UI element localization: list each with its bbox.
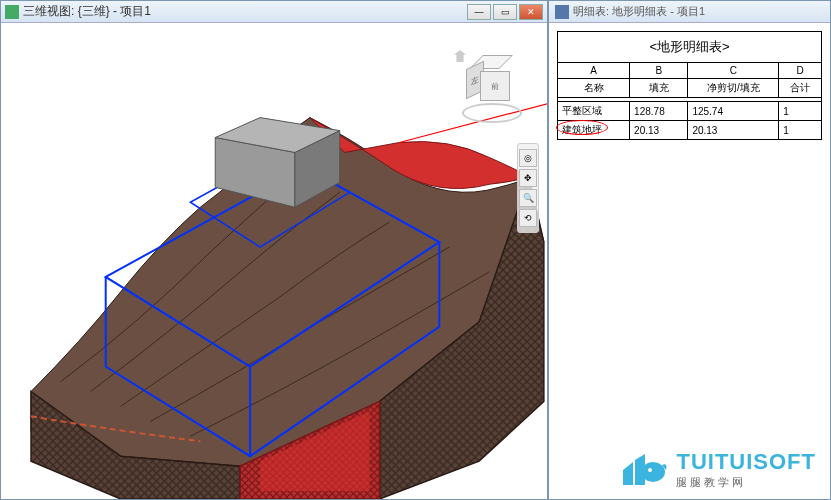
table-row[interactable]: 平整区域 128.78 125.74 1: [558, 102, 822, 121]
watermark-logo: [618, 450, 668, 490]
schedule-titlebar: 明细表: 地形明细表 - 项目1: [549, 1, 830, 23]
col-header-name[interactable]: 名称: [558, 79, 630, 98]
cell-fill[interactable]: 20.13: [630, 121, 688, 140]
col-header-total[interactable]: 合计: [779, 79, 822, 98]
watermark-brand: TUITUISOFT: [676, 449, 816, 475]
col-letter[interactable]: C: [688, 63, 779, 79]
app-icon: [5, 5, 19, 19]
watermark-subtitle: 腿腿教学网: [676, 475, 816, 490]
schedule-table: A B C D 名称 填充 净剪切/填充 合计 平整区域 128.78 125.…: [557, 62, 822, 140]
3d-view-title: 三维视图: {三维} - 项目1: [23, 3, 467, 20]
svg-point-3: [648, 468, 652, 472]
pan-icon[interactable]: ✥: [519, 169, 537, 187]
col-letter[interactable]: B: [630, 63, 688, 79]
col-letter[interactable]: A: [558, 63, 630, 79]
schedule-caption: <地形明细表>: [557, 31, 822, 62]
orbit-icon[interactable]: ⟲: [519, 209, 537, 227]
3d-view-window: 三维视图: {三维} - 项目1 — ▭ ✕: [0, 0, 548, 500]
svg-point-2: [641, 462, 665, 482]
cell-total[interactable]: 1: [779, 102, 822, 121]
minimize-button[interactable]: —: [467, 4, 491, 20]
schedule-window: 明细表: 地形明细表 - 项目1 <地形明细表> A B C D 名称 填充 净…: [548, 0, 831, 500]
zoom-icon[interactable]: 🔍: [519, 189, 537, 207]
col-header-fill[interactable]: 填充: [630, 79, 688, 98]
watermark: TUITUISOFT 腿腿教学网: [618, 449, 816, 490]
table-col-letters-row: A B C D: [558, 63, 822, 79]
app-icon: [555, 5, 569, 19]
navigation-bar: ◎ ✥ 🔍 ⟲: [517, 143, 539, 233]
schedule-window-title: 明细表: 地形明细表 - 项目1: [573, 4, 705, 19]
table-row[interactable]: 建筑地坪 20.13 20.13 1: [558, 121, 822, 140]
cell-total[interactable]: 1: [779, 121, 822, 140]
viewcube-compass[interactable]: [462, 103, 522, 123]
cell-netcut[interactable]: 125.74: [688, 102, 779, 121]
cell-fill[interactable]: 128.78: [630, 102, 688, 121]
cell-name[interactable]: 平整区域: [558, 102, 630, 121]
col-letter[interactable]: D: [779, 63, 822, 79]
cell-netcut[interactable]: 20.13: [688, 121, 779, 140]
cell-name[interactable]: 建筑地坪: [558, 121, 630, 140]
col-header-netcut[interactable]: 净剪切/填充: [688, 79, 779, 98]
close-button[interactable]: ✕: [519, 4, 543, 20]
viewcube[interactable]: 左 前: [462, 58, 522, 118]
3d-view-titlebar: 三维视图: {三维} - 项目1 — ▭ ✕: [1, 1, 547, 23]
table-header-row: 名称 填充 净剪切/填充 合计: [558, 79, 822, 98]
3d-viewport[interactable]: 左 前 ◎ ✥ 🔍 ⟲: [1, 23, 547, 499]
maximize-button[interactable]: ▭: [493, 4, 517, 20]
steering-wheel-icon[interactable]: ◎: [519, 149, 537, 167]
viewcube-front[interactable]: 前: [480, 71, 510, 101]
